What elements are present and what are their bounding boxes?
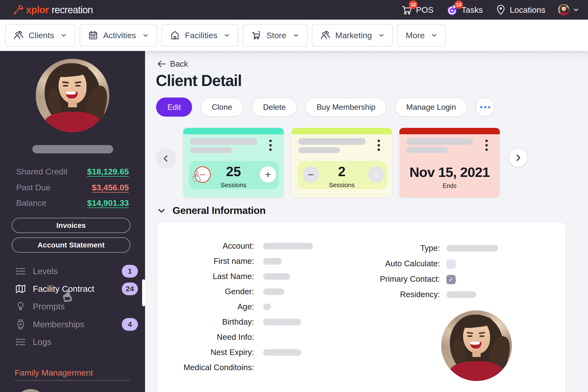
nav-marketing-button[interactable]: Marketing	[312, 24, 393, 46]
card-subtitle-placeholder	[406, 147, 448, 153]
field-label: Last Name:	[157, 271, 254, 282]
chevron-down-icon	[142, 32, 149, 38]
nav-store-button[interactable]: Store	[243, 24, 307, 46]
client-photo	[441, 310, 512, 381]
nav-more-button[interactable]: More	[398, 24, 446, 46]
field-label: Medical Conditoins:	[157, 362, 254, 373]
profile-menu[interactable]	[558, 4, 579, 16]
membership-card-expiry[interactable]: Nov 15, 2021 Ends	[399, 128, 500, 198]
map-icon	[15, 284, 26, 294]
nav-clients-button[interactable]: Clients	[5, 24, 75, 46]
locations-label: Locations	[510, 5, 545, 15]
card-title-placeholder	[190, 138, 257, 145]
kebab-menu-icon[interactable]	[378, 140, 380, 151]
card-accent-bar	[292, 128, 392, 134]
sidebar-divider	[15, 380, 130, 381]
back-link[interactable]: Back	[157, 59, 188, 68]
manage-login-button[interactable]: Manage Login	[395, 98, 467, 116]
shared-credit-row: Shared Credit $18,129.65	[16, 166, 129, 177]
card-accent-bar	[183, 128, 284, 134]
module-nav-bar: Clients Activities Facilities	[0, 20, 588, 51]
chevron-down-icon	[224, 32, 230, 38]
clone-button[interactable]: Clone	[200, 98, 244, 116]
invoices-button[interactable]: Invoices	[12, 218, 130, 233]
increase-sessions-button-disabled[interactable]: +	[368, 166, 384, 183]
sidebar-item-memberships[interactable]: Memberships 4	[0, 317, 145, 332]
primary-contact-checkbox[interactable]: ✓	[446, 275, 456, 284]
membership-end-date: Nov 15, 2021	[399, 164, 500, 180]
membership-card-sessions-green[interactable]: − 25 Sessions +	[183, 128, 284, 198]
chevron-down-icon	[157, 206, 166, 215]
past-due-value[interactable]: $3,456.05	[92, 183, 129, 192]
nav-activities-label: Activities	[103, 30, 136, 40]
people-icon	[320, 30, 330, 40]
buy-membership-button[interactable]: Buy Membership	[305, 98, 386, 116]
field-value-placeholder	[263, 258, 282, 264]
kebab-menu-icon[interactable]	[485, 140, 488, 151]
field-label: Age:	[157, 302, 254, 312]
field-value-placeholder	[263, 304, 271, 310]
checklist-icon	[15, 337, 26, 348]
sidebar-item-facility-contract[interactable]: Facility Contract 24	[0, 282, 145, 296]
family-member-avatar[interactable]	[15, 389, 46, 392]
more-actions-button[interactable]	[476, 98, 495, 116]
card-subtitle-placeholder	[190, 147, 232, 153]
field-value-placeholder	[263, 288, 284, 295]
carousel-previous-button[interactable]	[156, 148, 176, 169]
balance-label: Balance	[16, 198, 46, 208]
chevron-down-icon	[378, 32, 385, 38]
nav-more-label: More	[406, 30, 424, 40]
sidebar-scrollbar-thumb[interactable]	[142, 279, 145, 306]
field-label: Birthday:	[157, 317, 254, 327]
pos-menu-item[interactable]: 10 POS	[401, 4, 434, 16]
carousel-next-button[interactable]	[508, 148, 528, 167]
field-label: Need Info:	[157, 332, 254, 342]
locations-menu-item[interactable]: Locations	[496, 4, 545, 15]
field-value-placeholder	[263, 349, 301, 356]
field-value-placeholder	[263, 273, 290, 280]
field-value-placeholder	[263, 319, 301, 325]
brand-name: xplor	[26, 4, 49, 16]
chevron-down-icon	[431, 32, 437, 38]
kebab-menu-icon[interactable]	[269, 140, 272, 151]
tasks-menu-item[interactable]: 10 Tasks	[446, 4, 483, 16]
sidebar-item-levels[interactable]: Levels 1	[0, 264, 145, 278]
general-information-card: Account: First name: Last Name: Gender: …	[157, 222, 566, 392]
sidebar-item-logs[interactable]: Logs	[0, 335, 145, 349]
edit-button[interactable]: Edit	[156, 98, 192, 116]
account-statement-button[interactable]: Account Statement	[12, 238, 130, 252]
field-label: Type:	[328, 243, 440, 253]
page-title: Client Detail	[156, 72, 242, 90]
list-icon	[15, 266, 26, 276]
balance-value[interactable]: $14,901.33	[87, 198, 129, 208]
delete-button[interactable]: Delete	[252, 98, 297, 116]
auto-calculate-checkbox[interactable]	[446, 260, 456, 269]
family-management-section-label: Family Managerment	[15, 368, 93, 378]
tasks-label: Tasks	[462, 5, 483, 15]
shared-credit-value[interactable]: $18,129.65	[87, 167, 129, 176]
cart-icon	[251, 30, 262, 40]
general-information-toggle[interactable]: General Information	[157, 205, 266, 216]
sidebar-item-label: Levels	[33, 266, 58, 276]
chevron-down-icon	[60, 32, 67, 38]
user-avatar	[558, 4, 570, 16]
sidebar-item-prompts[interactable]: Prompts	[0, 299, 145, 314]
past-due-row: Past Due $3,456.05	[16, 182, 129, 193]
nav-activities-button[interactable]: Activities	[80, 24, 157, 46]
membership-card-sessions-yellow[interactable]: − 2 Sessions +	[292, 128, 392, 198]
field-label: Nest Expiry:	[157, 347, 254, 358]
pos-label: POS	[416, 5, 434, 15]
memberships-count-badge: 4	[122, 318, 138, 331]
increase-sessions-button[interactable]: +	[260, 166, 276, 183]
nav-facilities-label: Facilities	[185, 30, 217, 40]
app-logo[interactable]: xplor recreation	[13, 4, 93, 16]
ends-label: Ends	[399, 182, 500, 190]
card-subtitle-placeholder	[298, 147, 340, 153]
field-label: Gender:	[157, 286, 254, 297]
nav-facilities-button[interactable]: Facilities	[162, 24, 238, 46]
back-arrow-icon	[157, 59, 166, 68]
sidebar-item-label: Logs	[33, 337, 52, 347]
action-buttons-row: Edit Clone Delete Buy Membership Manage …	[156, 98, 495, 116]
facility-house-icon	[170, 30, 180, 40]
calendar-icon	[88, 30, 98, 40]
